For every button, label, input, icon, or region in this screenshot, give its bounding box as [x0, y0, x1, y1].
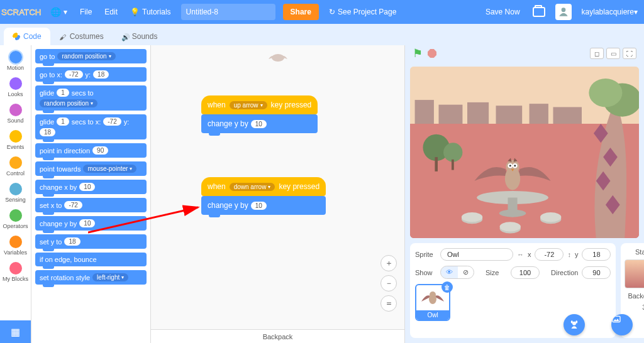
- block-when-key-pressed[interactable]: whendown arrowkey pressed: [201, 177, 326, 196]
- dropdown-random-position[interactable]: random position: [40, 99, 97, 107]
- category-operators[interactable]: Operators: [0, 206, 31, 232]
- block-palette[interactable]: go torandom position go to x:-72y:18 gli…: [31, 45, 151, 343]
- block-glide-xy[interactable]: glide1secs to x:-72y:18: [35, 114, 147, 139]
- block-change-x[interactable]: change x by10: [35, 180, 147, 194]
- input-amount[interactable]: 10: [79, 219, 95, 227]
- stop-icon[interactable]: [428, 49, 436, 58]
- sprite-x-input[interactable]: -72: [535, 248, 564, 261]
- sprite-y-input[interactable]: 18: [582, 248, 611, 261]
- script-stack-down[interactable]: whendown arrowkey pressed change y by10: [201, 177, 326, 215]
- block-change-y[interactable]: change y by10: [35, 216, 147, 231]
- tab-code[interactable]: Code: [4, 28, 50, 45]
- svg-point-1: [561, 8, 565, 12]
- stage-canvas[interactable]: [410, 67, 639, 238]
- category-events[interactable]: Events: [0, 127, 31, 153]
- block-change-y[interactable]: change y by10: [201, 114, 318, 133]
- green-flag-icon[interactable]: ⚑: [413, 46, 423, 60]
- block-glide-random[interactable]: glide1secs torandom position: [35, 85, 147, 111]
- input-x[interactable]: -72: [64, 201, 82, 209]
- input-direction[interactable]: 90: [92, 146, 108, 155]
- input-y[interactable]: 18: [64, 237, 80, 246]
- block-text: key pressed: [279, 182, 319, 191]
- scratch-logo[interactable]: SCRATCH: [0, 0, 44, 24]
- zoom-in-button[interactable]: ＋: [380, 255, 397, 271]
- code-icon: [13, 33, 20, 40]
- svg-point-37: [575, 320, 577, 324]
- block-text: set rotation style: [40, 274, 90, 281]
- add-extension-button[interactable]: ▦: [0, 320, 31, 343]
- project-title-input[interactable]: [181, 4, 275, 20]
- mystuff-icon[interactable]: [533, 7, 545, 17]
- block-goto-random[interactable]: go torandom position: [35, 49, 147, 63]
- x-icon: ↔: [517, 251, 524, 258]
- block-set-rotation-style[interactable]: set rotation styleleft-right: [35, 270, 147, 285]
- dropdown-random-position[interactable]: random position: [57, 52, 115, 60]
- category-label: Variables: [4, 249, 27, 256]
- svg-rect-6: [439, 105, 463, 124]
- delete-sprite-icon[interactable]: 🗑: [441, 281, 453, 293]
- category-control[interactable]: Control: [0, 153, 31, 180]
- small-stage-button[interactable]: ◻: [590, 48, 604, 59]
- category-myblocks[interactable]: My Blocks: [0, 259, 31, 285]
- input-amount[interactable]: 10: [251, 120, 267, 128]
- input-y[interactable]: 18: [93, 70, 109, 79]
- large-stage-button[interactable]: ▭: [606, 48, 620, 59]
- script-stack-up[interactable]: whenup arrowkey pressed change y by10: [201, 95, 318, 133]
- backpack-header[interactable]: Backpack: [151, 329, 404, 343]
- file-menu[interactable]: File: [74, 0, 98, 24]
- sprite-size-input[interactable]: 100: [511, 266, 540, 279]
- category-label: Sensing: [5, 197, 26, 203]
- fullscreen-button[interactable]: ⛶: [623, 48, 636, 59]
- category-sound[interactable]: Sound: [0, 101, 31, 127]
- block-goto-xy[interactable]: go to x:-72y:18: [35, 67, 147, 82]
- category-sensing[interactable]: Sensing: [0, 180, 31, 206]
- dropdown-rotation-style[interactable]: left-right: [92, 273, 128, 281]
- dropdown-key-up[interactable]: up arrow: [230, 101, 267, 109]
- tab-costumes[interactable]: Costumes: [50, 28, 113, 45]
- tab-sounds[interactable]: Sounds: [113, 28, 167, 45]
- category-variables[interactable]: Variables: [0, 232, 31, 259]
- y-icon: ↕: [567, 251, 571, 258]
- input-x[interactable]: -72: [103, 117, 121, 126]
- see-project-page-button[interactable]: ↻See Project Page: [323, 0, 402, 24]
- category-motion[interactable]: Motion: [0, 48, 31, 74]
- variables-dot-icon: [9, 236, 22, 248]
- backdrops-label: Backdrops: [628, 292, 644, 300]
- input-secs[interactable]: 1: [57, 89, 69, 97]
- block-text: go to: [40, 53, 55, 60]
- block-when-key-pressed[interactable]: whenup arrowkey pressed: [201, 95, 318, 114]
- add-backdrop-button[interactable]: [611, 314, 633, 335]
- zoom-out-button[interactable]: －: [380, 275, 397, 291]
- workspace[interactable]: whenup arrowkey pressed change y by10 wh…: [151, 45, 405, 343]
- dropdown-mouse-pointer[interactable]: mouse-pointer: [83, 165, 136, 173]
- category-looks[interactable]: Looks: [0, 74, 31, 101]
- username-label: kaylablacquiere: [582, 8, 634, 16]
- visibility-toggle[interactable]: 👁⊘: [440, 266, 474, 279]
- input-y[interactable]: 18: [40, 128, 55, 136]
- show-label: Show: [415, 269, 436, 276]
- language-menu[interactable]: 🌐▾: [44, 0, 74, 24]
- edit-menu[interactable]: Edit: [98, 0, 124, 24]
- sprite-tile-owl[interactable]: 🗑 Owl: [415, 284, 450, 321]
- input-amount[interactable]: 10: [79, 183, 95, 191]
- workspace-canvas[interactable]: whenup arrowkey pressed change y by10 wh…: [151, 45, 404, 343]
- account-menu[interactable]: kaylablacquiere ▾: [575, 0, 644, 24]
- block-point-direction[interactable]: point in direction90: [35, 143, 147, 158]
- block-set-x[interactable]: set x to-72: [35, 198, 147, 212]
- tutorials-button[interactable]: 💡Tutorials: [124, 0, 177, 24]
- input-secs[interactable]: 1: [57, 117, 69, 126]
- dropdown-key-down[interactable]: down arrow: [230, 183, 275, 191]
- block-if-edge-bounce[interactable]: if on edge, bounce: [35, 253, 147, 266]
- share-button[interactable]: Share: [283, 4, 319, 20]
- save-now-button[interactable]: Save Now: [479, 0, 526, 24]
- zoom-reset-button[interactable]: ＝: [380, 295, 397, 312]
- block-set-y[interactable]: set y to18: [35, 234, 147, 249]
- block-change-y[interactable]: change y by10: [201, 196, 326, 215]
- sprite-name-input[interactable]: Owl: [440, 248, 513, 261]
- add-sprite-button[interactable]: [564, 314, 585, 335]
- block-point-towards[interactable]: point towardsmouse-pointer: [35, 161, 147, 176]
- user-avatar[interactable]: [555, 4, 572, 20]
- input-x[interactable]: -72: [65, 70, 82, 79]
- input-amount[interactable]: 10: [251, 202, 267, 210]
- sprite-direction-input[interactable]: 90: [582, 266, 611, 279]
